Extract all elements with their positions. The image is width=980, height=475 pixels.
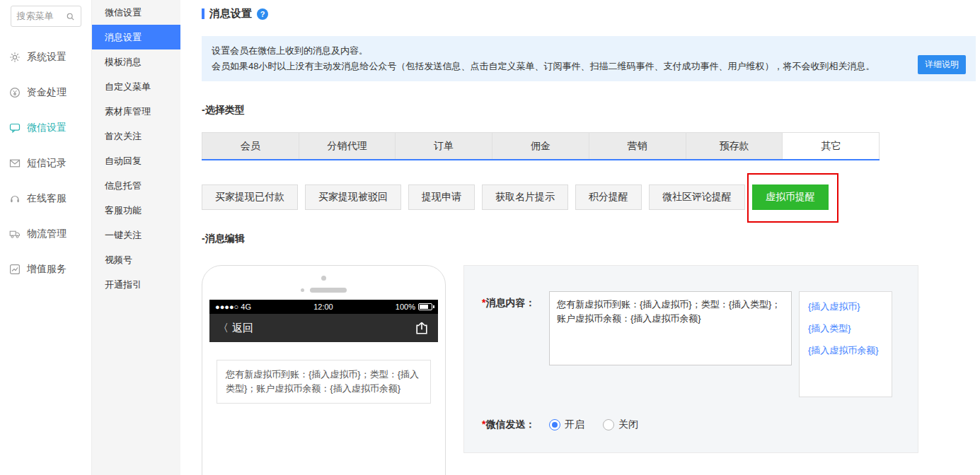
- phone-status-bar: ●●●●○ 4G 12:00 100%: [209, 300, 438, 314]
- select-type-label: -选择类型: [202, 104, 976, 117]
- radio-off[interactable]: 关闭: [603, 418, 638, 431]
- menu-search-placeholder: 搜索菜单: [17, 10, 54, 23]
- submenu-item-auto-reply[interactable]: 自动回复: [92, 148, 180, 173]
- type-btn-withdraw-apply[interactable]: 提现申请: [408, 184, 475, 210]
- radio-on-label: 开启: [565, 418, 584, 431]
- sidebar-item-system-settings[interactable]: 系统设置: [0, 40, 91, 75]
- submenu-item-wechat-settings[interactable]: 微信设置: [92, 0, 180, 25]
- type-btn-virtual-coin-reminder[interactable]: 虚拟币提醒: [752, 184, 829, 210]
- sidebar-item-value-added[interactable]: 增值服务: [0, 252, 91, 287]
- sidebar-item-label: 增值服务: [27, 263, 67, 276]
- back-label: 返回: [232, 322, 253, 335]
- message-form-panel: *消息内容： 您有新虚拟币到账：{插入虚拟币}；类型：{插入类型}；账户虚拟币余…: [463, 265, 918, 453]
- submenu-item-material-library[interactable]: 素材库管理: [92, 99, 180, 124]
- phone-camera-dot: [321, 276, 326, 281]
- coin-icon: [9, 87, 21, 98]
- primary-nav: 系统设置 资金处理 微信设置 短信记录 在线客服 物流管理: [0, 40, 91, 287]
- message-type-buttons: 买家提现已付款 买家提现被驳回 提现申请 获取名片提示 积分提醒 微社区评论提醒…: [202, 184, 976, 210]
- submenu-item-first-follow[interactable]: 首次关注: [92, 124, 180, 148]
- wechat-icon: [9, 122, 21, 134]
- tab-member[interactable]: 会员: [202, 132, 299, 159]
- gear-icon: [9, 52, 21, 63]
- message-edit-label: -消息编辑: [202, 233, 976, 245]
- sidebar-item-wechat-settings[interactable]: 微信设置: [0, 110, 91, 146]
- sidebar-item-label: 资金处理: [27, 86, 67, 99]
- submenu-item-message-settings[interactable]: 消息设置: [92, 25, 180, 49]
- content-row: *消息内容： 您有新虚拟币到账：{插入虚拟币}；类型：{插入类型}；账户虚拟币余…: [482, 291, 918, 397]
- radio-on[interactable]: 开启: [549, 418, 584, 431]
- type-btn-buyer-withdraw-paid[interactable]: 买家提现已付款: [202, 184, 298, 210]
- back-button[interactable]: 〈 返回: [218, 322, 253, 335]
- message-editor: ●●●●○ 4G 12:00 100% 〈 返回: [202, 265, 976, 475]
- wechat-send-row: *微信发送： 开启 关闭: [482, 418, 918, 431]
- submenu-item-one-click-follow[interactable]: 一键关注: [92, 223, 180, 247]
- chart-icon: [9, 264, 21, 275]
- clock-text: 12:00: [313, 303, 333, 311]
- help-icon[interactable]: ?: [257, 8, 268, 20]
- tab-deposit[interactable]: 预存款: [686, 132, 783, 159]
- radio-off-circle[interactable]: [603, 419, 614, 430]
- highlighted-button-wrap: 虚拟币提醒: [752, 184, 829, 210]
- sidebar-item-sms-records[interactable]: 短信记录: [0, 146, 91, 181]
- truck-icon: [9, 228, 21, 240]
- detail-info-button[interactable]: 详细说明: [918, 55, 966, 74]
- notice-box: 设置会员在微信上收到的消息及内容。 会员如果48小时以上没有主动发消息给公众号（…: [202, 36, 976, 81]
- primary-sidebar: 搜索菜单 系统设置 资金处理 微信设置 短信记录: [0, 0, 92, 475]
- phone-speaker: [310, 288, 347, 293]
- insert-link-type[interactable]: {插入类型}: [808, 322, 883, 335]
- notice-text: 设置会员在微信上收到的消息及内容。 会员如果48小时以上没有主动发消息给公众号（…: [212, 43, 909, 74]
- app-root: 搜索菜单 系统设置 资金处理 微信设置 短信记录: [0, 0, 980, 475]
- page-title: 消息设置: [209, 7, 252, 20]
- radio-on-circle[interactable]: [549, 419, 560, 430]
- notice-line-2: 会员如果48小时以上没有主动发消息给公众号（包括发送信息、点击自定义菜单、订阅事…: [212, 59, 909, 74]
- sidebar-item-online-service[interactable]: 在线客服: [0, 181, 91, 216]
- tab-other[interactable]: 其它: [782, 132, 880, 159]
- battery-indicator: 100%: [396, 303, 432, 311]
- tab-distribution-agent[interactable]: 分销代理: [299, 132, 396, 159]
- phone-sensor-dot: [301, 288, 304, 292]
- tab-order[interactable]: 订单: [395, 132, 492, 159]
- preview-message-box: 您有新虚拟币到账：{插入虚拟币}；类型：{插入类型}；账户虚拟币余额：{插入虚拟…: [217, 360, 431, 404]
- title-accent-bar: [202, 8, 204, 19]
- submenu-item-template-message[interactable]: 模板消息: [92, 49, 180, 74]
- insert-link-virtual-coin[interactable]: {插入虚拟币}: [808, 300, 883, 313]
- type-btn-business-card-tip[interactable]: 获取名片提示: [482, 184, 568, 210]
- phone-preview: ●●●●○ 4G 12:00 100% 〈 返回: [202, 265, 446, 475]
- tab-commission[interactable]: 佣金: [492, 132, 589, 159]
- share-icon[interactable]: [414, 321, 430, 335]
- wechat-send-label: *微信发送：: [482, 418, 549, 431]
- page-title-row: 消息设置 ?: [202, 7, 976, 20]
- sidebar-item-label: 微信设置: [27, 122, 67, 134]
- phone-speaker-row: [202, 288, 445, 293]
- submenu-item-custom-menu[interactable]: 自定义菜单: [92, 74, 180, 99]
- battery-percent: 100%: [396, 303, 415, 311]
- submenu-item-info-hosting[interactable]: 信息托管: [92, 173, 180, 198]
- submenu-item-service-features[interactable]: 客服功能: [92, 198, 180, 223]
- main-content: 消息设置 ? 设置会员在微信上收到的消息及内容。 会员如果48小时以上没有主动发…: [180, 0, 980, 475]
- type-btn-buyer-withdraw-rejected[interactable]: 买家提现被驳回: [305, 184, 401, 210]
- type-tabs: 会员 分销代理 订单 佣金 营销 预存款 其它: [202, 132, 880, 160]
- wechat-send-radio-group: 开启 关闭: [549, 418, 638, 431]
- submenu-item-activation-guide[interactable]: 开通指引: [92, 272, 180, 297]
- type-btn-community-comment-reminder[interactable]: 微社区评论提醒: [649, 184, 745, 210]
- radio-off-label: 关闭: [618, 418, 638, 431]
- sidebar-item-label: 系统设置: [27, 51, 67, 64]
- sidebar-item-logistics[interactable]: 物流管理: [0, 216, 91, 252]
- menu-search-input[interactable]: 搜索菜单: [11, 6, 81, 27]
- submenu-item-video-account[interactable]: 视频号: [92, 247, 180, 272]
- search-icon: [66, 12, 75, 21]
- type-btn-points-reminder[interactable]: 积分提醒: [575, 184, 642, 210]
- tab-marketing[interactable]: 营销: [589, 132, 686, 159]
- message-content-input[interactable]: 您有新虚拟币到账：{插入虚拟币}；类型：{插入类型}；账户虚拟币余额：{插入虚拟…: [549, 291, 792, 365]
- sidebar-item-label: 物流管理: [27, 228, 67, 240]
- content-label: *消息内容：: [482, 291, 549, 310]
- signal-indicator: ●●●●○ 4G: [215, 303, 251, 311]
- insert-link-balance[interactable]: {插入虚拟币余额}: [808, 344, 883, 357]
- secondary-sidebar: 微信设置 消息设置 模板消息 自定义菜单 素材库管理 首次关注 自动回复 信息托…: [92, 0, 180, 475]
- sidebar-item-label: 在线客服: [27, 192, 67, 205]
- headset-icon: [9, 193, 21, 204]
- insert-variable-panel: {插入虚拟币} {插入类型} {插入虚拟币余额}: [799, 291, 892, 397]
- phone-screen: ●●●●○ 4G 12:00 100% 〈 返回: [209, 300, 438, 404]
- sidebar-item-funds[interactable]: 资金处理: [0, 75, 91, 110]
- phone-nav-bar: 〈 返回: [209, 314, 438, 342]
